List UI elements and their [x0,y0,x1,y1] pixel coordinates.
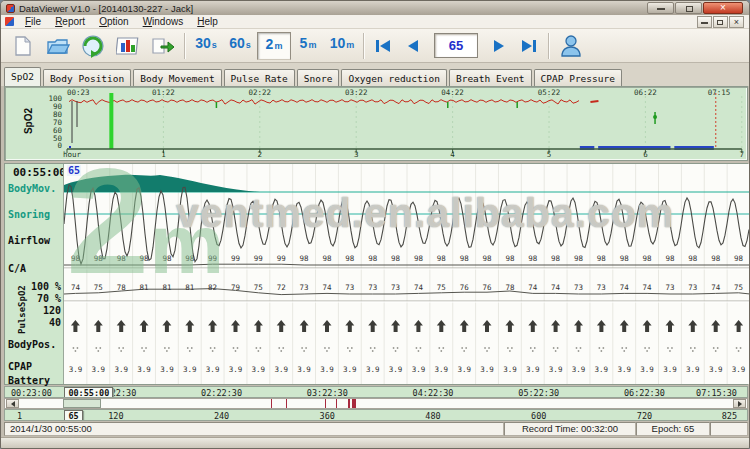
scale-60s-button[interactable]: 60s [223,32,257,60]
title-bar[interactable]: DataViewer V1.0 - [20140130-227 - Jack] … [1,1,749,15]
scale-30s-button[interactable]: 30s [189,32,223,60]
tab-cpap-pressure[interactable]: CPAP Pressure [534,69,622,86]
prev-epoch-icon [406,38,420,54]
timeline-current-epoch[interactable]: 65 [64,410,82,421]
svg-text:98: 98 [528,254,538,263]
event-mark [325,399,326,408]
svg-text:74: 74 [71,283,81,292]
svg-text:3.9: 3.9 [435,365,449,374]
scale-40: 40 [25,317,61,328]
svg-text:3.9: 3.9 [92,365,106,374]
svg-text:3.9: 3.9 [206,365,220,374]
minimize-button[interactable] [647,2,674,14]
svg-text:76: 76 [483,283,493,292]
patient-button[interactable] [553,31,588,61]
timeline-current-time[interactable]: 00:55:00 [64,387,113,398]
svg-text:81: 81 [185,283,194,292]
svg-text:3.9: 3.9 [572,365,586,374]
svg-text:3.9: 3.9 [69,365,83,374]
event-mark [348,399,350,408]
svg-text:76: 76 [460,283,470,292]
new-file-button[interactable] [5,31,40,61]
menu-file[interactable]: File [18,15,48,28]
tab-breath-event[interactable]: Breath Event [449,69,532,86]
mdi-minimize-button[interactable] [697,16,712,28]
svg-text:74: 74 [551,283,561,292]
timeline-time-label: 07:15:30 [691,388,737,398]
scrollbar-right-arrow[interactable] [733,399,746,408]
scale-5m-button[interactable]: 5m [291,32,325,60]
tab-snore[interactable]: Snore [297,69,340,86]
tab-oxygen-reduction[interactable]: Oxygen reduction [341,69,447,86]
overview-time-label: 02:22 [243,88,277,97]
svg-text:98: 98 [597,254,607,263]
toolbar-separator [548,33,549,59]
scrollbar-left-arrow[interactable] [6,399,19,408]
menu-help[interactable]: Help [190,15,225,28]
first-epoch-button[interactable] [368,32,398,60]
svg-text:78: 78 [117,283,127,292]
tab-spo2[interactable]: SpO2 [4,67,41,86]
close-button[interactable]: × [703,2,743,14]
menu-windows[interactable]: Windows [136,15,191,28]
export-button[interactable] [145,31,180,61]
report-button[interactable] [110,31,145,61]
next-epoch-button[interactable] [484,32,514,60]
prev-epoch-button[interactable] [398,32,428,60]
svg-text:98: 98 [688,254,698,263]
menu-option[interactable]: Option [92,15,135,28]
svg-text:3.9: 3.9 [412,365,426,374]
last-epoch-button[interactable] [514,32,544,60]
svg-text:75: 75 [94,283,103,292]
svg-text:75: 75 [437,283,446,292]
channels-chart[interactable]: 65 2m ventmed.en.alibaba.com 98743.99875… [63,164,749,384]
svg-text:3.9: 3.9 [686,365,700,374]
mdi-restore-button[interactable] [713,16,728,28]
status-record-time: Record Time: 00:32:00 [504,422,636,436]
scale-10m-button[interactable]: 10m [325,32,359,60]
timeline: 00:23:0000:55:0001:22:3002:22:3003:22:30… [4,386,748,421]
maximize-button[interactable] [675,2,702,14]
bar-chart-icon [116,35,140,57]
svg-text:98: 98 [574,254,584,263]
svg-text:3.9: 3.9 [343,365,357,374]
svg-text:3.9: 3.9 [503,365,517,374]
svg-text:3.9: 3.9 [595,365,609,374]
overview-plot[interactable]: 1009080706050000:2301:2202:2203:2204:220… [5,87,749,161]
menu-report[interactable]: Report [48,15,92,28]
sync-button[interactable] [75,31,110,61]
toolbar-separator [363,33,364,59]
timeline-scrollbar[interactable] [4,398,748,409]
svg-text:81: 81 [162,283,171,292]
epoch-input[interactable]: 65 [434,33,478,58]
right-arrow-icon [738,401,742,407]
svg-text:73: 73 [368,283,377,292]
tab-body-position[interactable]: Body Position [43,69,131,86]
next-epoch-icon [492,38,506,54]
status-spare [710,422,748,436]
scale-num: 2 [266,36,274,52]
svg-text:98: 98 [483,254,493,263]
svg-text:78: 78 [505,283,515,292]
scrollbar-thumb[interactable] [63,399,101,408]
svg-text:3.9: 3.9 [480,365,494,374]
status-bar: 2014/1/30 00:55:00 Record Time: 00:32:00… [4,422,748,436]
tab-pulse-rate[interactable]: Pulse Rate [224,69,295,86]
timeline-epochs-row: 165120240360480600720825 [4,409,748,421]
overview-time-label: 00:23 [67,88,90,97]
mdi-close-button[interactable]: × [729,16,744,28]
current-time: 00:55:00 [13,166,66,179]
scale-num: 5 [300,35,308,51]
scale-120: 120 [25,305,61,316]
svg-text:98: 98 [620,254,630,263]
overview-time-label: 07:15 [708,88,731,97]
tab-body-movement[interactable]: Body Movement [133,69,221,86]
svg-text:98: 98 [71,254,81,263]
svg-text:3.9: 3.9 [297,365,311,374]
open-file-button[interactable] [40,31,75,61]
svg-text:98: 98 [460,254,470,263]
spo2-overview-panel[interactable]: SpO2 1009080706050000:2301:2202:2203:220… [4,86,748,161]
maximize-icon [686,6,693,12]
svg-text:74: 74 [528,283,538,292]
scale-2m-button[interactable]: 2m [257,32,291,60]
